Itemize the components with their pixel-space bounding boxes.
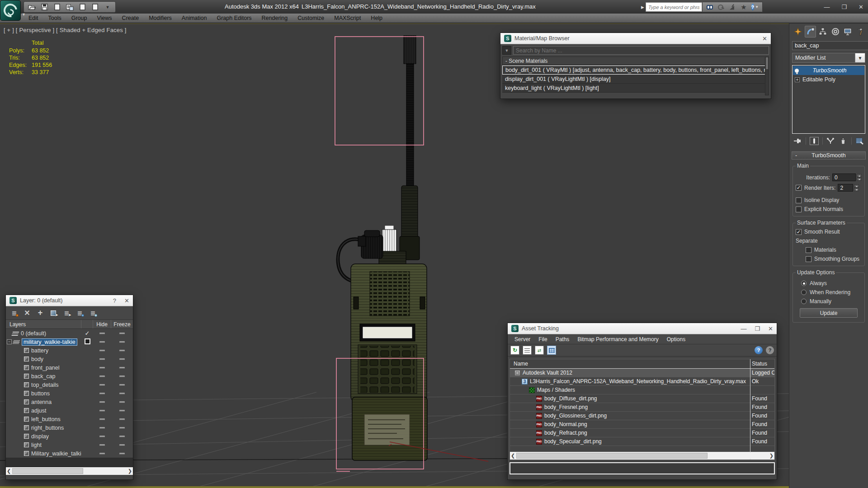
close-icon[interactable]: ✕ xyxy=(768,325,773,332)
asset-row[interactable]: PNG body_Fresnel.png Found xyxy=(510,403,774,412)
freeze-toggle[interactable] xyxy=(111,341,133,343)
status-column-header[interactable]: Status xyxy=(749,361,774,367)
layer-row[interactable]: − display xyxy=(6,432,133,441)
scene-materials-rollout[interactable]: - Scene Materials xyxy=(502,56,769,65)
redo-document-icon[interactable] xyxy=(91,3,99,11)
material-search-input[interactable] xyxy=(513,46,769,55)
make-unique-icon[interactable] xyxy=(826,137,835,145)
asset-menu-item[interactable]: Paths xyxy=(552,336,573,343)
render-iters-spinner[interactable]: 2 xyxy=(838,184,859,192)
layer-row[interactable]: − battery xyxy=(6,346,133,355)
menu-item[interactable]: Graph Editors xyxy=(212,14,256,23)
refresh-icon[interactable]: ↻ xyxy=(510,346,519,355)
layer-row[interactable]: − top_details xyxy=(6,380,133,389)
menu-item[interactable]: Animation xyxy=(177,14,212,23)
always-radio[interactable] xyxy=(801,281,807,286)
create-tab-icon[interactable] xyxy=(792,26,804,38)
hide-toggle[interactable] xyxy=(93,341,111,343)
expand-icon[interactable]: − xyxy=(7,339,12,344)
explicit-normals-checkbox[interactable] xyxy=(796,206,802,212)
utilities-tab-icon[interactable] xyxy=(854,26,866,38)
remove-modifier-icon[interactable] xyxy=(839,137,848,145)
asset-row[interactable]: PNG body_Glossiness_dirt.png Found xyxy=(510,412,774,420)
scroll-left-icon[interactable]: ❮ xyxy=(7,469,11,474)
asset-row[interactable]: PNG body_Diffuse_dirt.png Found xyxy=(510,394,774,403)
layer-row[interactable]: − right_buttons xyxy=(6,423,133,432)
layer-row[interactable]: − front_panel xyxy=(6,363,133,372)
chevron-down-icon[interactable]: ▼ xyxy=(855,53,865,62)
maximize-icon[interactable]: ❒ xyxy=(755,325,760,332)
radio-model[interactable] xyxy=(338,36,427,460)
menu-item[interactable]: MAXScript xyxy=(329,14,366,23)
menu-item[interactable]: Tools xyxy=(43,14,66,23)
modifier-list-dropdown[interactable]: Modifier List ▼ xyxy=(792,53,865,63)
undo-document-icon[interactable] xyxy=(78,3,86,11)
scroll-right-icon[interactable]: ❯ xyxy=(769,453,774,458)
layer-row[interactable]: − adjust xyxy=(6,406,133,415)
material-item[interactable]: display_dirt_001 ( VRayLightMtl ) [displ… xyxy=(502,75,765,84)
help-icon[interactable]: ?▼ xyxy=(751,4,759,11)
freeze-toggle[interactable] xyxy=(111,367,133,369)
menu-item[interactable]: Group xyxy=(66,14,92,23)
configure-modifier-sets-icon[interactable] xyxy=(855,137,864,145)
isoline-display-checkbox[interactable] xyxy=(796,197,802,203)
collapse-icon[interactable]: - xyxy=(792,152,800,159)
show-end-result-icon[interactable] xyxy=(810,137,819,145)
layer-row[interactable]: − buttons xyxy=(6,389,133,398)
info-help-icon[interactable]: ? xyxy=(755,346,763,354)
new-layer-icon[interactable]: ≣ xyxy=(9,309,19,317)
hide-toggle[interactable] xyxy=(93,418,111,420)
hide-toggle[interactable] xyxy=(93,367,111,369)
scroll-right-icon[interactable]: ❯ xyxy=(128,469,132,474)
import-link-icon[interactable] xyxy=(66,3,74,11)
help-button[interactable]: ? xyxy=(113,297,116,304)
smoothing-groups-checkbox[interactable] xyxy=(806,256,811,262)
hide-toggle[interactable] xyxy=(93,410,111,412)
infocenter-search-input[interactable] xyxy=(646,2,702,12)
freeze-toggle[interactable] xyxy=(111,444,133,446)
freeze-toggle[interactable] xyxy=(111,384,133,386)
layers-column-header[interactable]: Layers xyxy=(6,320,81,328)
communication-center-icon[interactable] xyxy=(729,4,736,11)
hide-toggle[interactable] xyxy=(93,350,111,352)
material-filter-dropdown-icon[interactable]: ▼ xyxy=(502,46,511,55)
update-button[interactable]: Update xyxy=(800,308,858,318)
hide-toggle[interactable] xyxy=(93,444,111,446)
save-file-icon[interactable] xyxy=(40,3,48,11)
select-objects-in-layer-icon[interactable]: ➤ xyxy=(49,309,58,317)
application-menu-button[interactable]: ▼ xyxy=(0,0,21,21)
layer-row[interactable]: − antenna xyxy=(6,398,133,406)
layer-row[interactable]: − light xyxy=(6,441,133,449)
menu-item[interactable]: Customize xyxy=(292,14,329,23)
layer-dialog-titlebar[interactable]: S Layer: 0 (default) ? ✕ xyxy=(6,295,133,306)
layer-row[interactable]: − military_walkie-talkie xyxy=(6,338,133,346)
hide-toggle[interactable] xyxy=(93,401,111,403)
freeze-toggle[interactable] xyxy=(111,375,133,377)
pin-stack-icon[interactable] xyxy=(793,137,802,145)
asset-menu-item[interactable]: File xyxy=(535,336,550,343)
asset-row[interactable]: Autodesk Vault 2012 Logged Out xyxy=(510,369,774,377)
manually-radio[interactable] xyxy=(801,299,807,304)
hide-toggle[interactable] xyxy=(93,384,111,386)
freeze-toggle[interactable] xyxy=(111,401,133,403)
iterations-spinner[interactable]: 0 xyxy=(832,174,862,181)
motion-tab-icon[interactable] xyxy=(830,26,841,38)
layer-row[interactable]: − 0 (default) xyxy=(6,329,133,338)
material-browser-titlebar[interactable]: S Material/Map Browser ✕ xyxy=(500,33,771,44)
asset-row[interactable]: PNG body_Specular_dirt.png Found xyxy=(510,437,774,446)
asset-menu-item[interactable]: Bitmap Performance and Memory xyxy=(574,336,661,343)
freeze-toggle[interactable] xyxy=(111,393,133,394)
search-icon[interactable] xyxy=(706,4,713,11)
new-document-icon[interactable] xyxy=(53,3,61,11)
delete-layer-icon[interactable]: ✕ xyxy=(23,309,32,317)
scroll-left-icon[interactable]: ❮ xyxy=(511,453,515,458)
minimize-icon[interactable]: — xyxy=(741,325,746,332)
modifier-stack-item[interactable]: TurboSmooth xyxy=(793,66,864,75)
freeze-toggle[interactable] xyxy=(111,410,133,412)
current-layer-mark[interactable] xyxy=(81,338,93,346)
freeze-toggle[interactable] xyxy=(111,436,133,437)
infocenter-collapse-icon[interactable]: ▶ xyxy=(641,5,644,9)
turbosmooth-rollout-header[interactable]: - TurboSmooth xyxy=(792,151,866,160)
object-name-field[interactable] xyxy=(792,41,868,50)
add-to-layer-icon[interactable]: + xyxy=(36,309,45,317)
